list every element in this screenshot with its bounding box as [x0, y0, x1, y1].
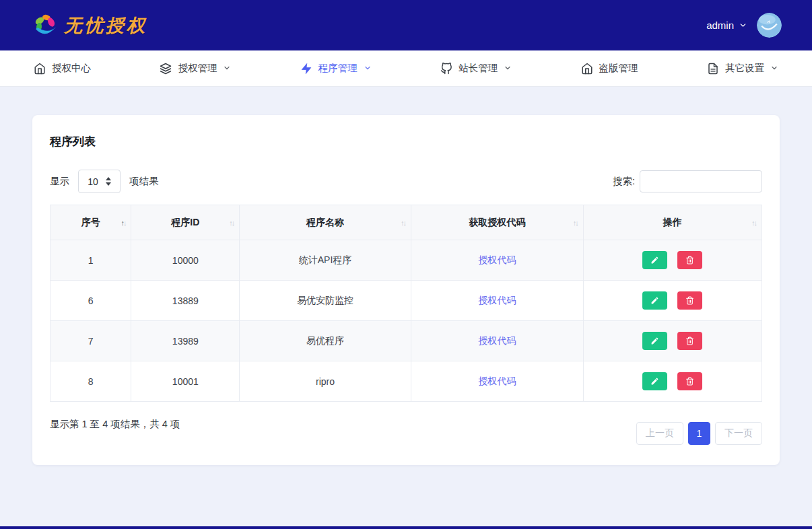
trash-icon [685, 377, 694, 386]
search-label: 搜索: [613, 175, 635, 188]
auth-code-link[interactable]: 授权代码 [478, 335, 516, 346]
chevron-down-icon [739, 21, 747, 30]
nav-item-other-settings[interactable]: 其它设置 [707, 62, 778, 75]
layers-icon [160, 63, 172, 75]
search-input[interactable] [640, 170, 762, 192]
cell-actions [583, 281, 762, 321]
cell-name: ripro [240, 361, 411, 402]
nav-label: 程序管理 [318, 62, 358, 75]
cell-auth-code: 授权代码 [411, 281, 583, 321]
cell-program-id: 10001 [131, 361, 240, 402]
nav-label: 盗版管理 [599, 62, 638, 75]
cell-actions [583, 361, 762, 402]
topbar: 无忧授权 admin [0, 0, 812, 50]
home-icon [581, 63, 593, 75]
delete-button[interactable] [677, 372, 702, 390]
cell-index: 8 [50, 361, 131, 402]
github-icon [440, 63, 452, 75]
select-stepper-icon [106, 177, 111, 186]
page: 无忧授权 admin 授权中心 授权管理 [0, 0, 812, 529]
nav-label: 授权中心 [52, 62, 91, 75]
length-suffix-label: 项结果 [129, 175, 159, 188]
cell-auth-code: 授权代码 [411, 321, 583, 361]
nav-item-auth-center[interactable]: 授权中心 [34, 62, 91, 75]
avatar[interactable] [757, 13, 782, 38]
lightning-icon [300, 63, 312, 75]
cell-actions [583, 240, 762, 281]
cell-program-id: 13989 [131, 321, 240, 361]
table-row: 1 10000 统计API程序 授权代码 [50, 240, 762, 281]
table-row: 8 10001 ripro 授权代码 [50, 361, 762, 402]
chevron-down-icon [223, 63, 231, 74]
cell-index: 1 [50, 240, 131, 281]
edit-button[interactable] [642, 332, 667, 350]
main-nav: 授权中心 授权管理 程序管理 站长管理 盗版管理 其它设置 [0, 50, 812, 87]
pencil-icon [650, 256, 659, 264]
table-controls: 显示 10 项结果 搜索: [50, 170, 762, 193]
trash-icon [685, 337, 694, 345]
length-prefix-label: 显示 [50, 175, 69, 188]
edit-button[interactable] [642, 251, 667, 269]
main-content: 程序列表 显示 10 项结果 搜索: [0, 87, 812, 465]
prev-page-button[interactable]: 上一页 [636, 422, 683, 445]
bottom-footer-strip [0, 526, 812, 529]
delete-button[interactable] [677, 251, 702, 269]
nav-item-program-manage[interactable]: 程序管理 [300, 62, 372, 75]
table-header-row: 序号 程序ID 程序名称 获取授权代码 操作 [50, 205, 762, 240]
edit-button[interactable] [642, 372, 667, 390]
trash-icon [685, 256, 694, 264]
edit-button[interactable] [642, 291, 667, 310]
trash-icon [685, 296, 694, 305]
nav-item-webmaster-manage[interactable]: 站长管理 [440, 62, 512, 75]
search-control: 搜索: [613, 170, 762, 192]
table-row: 6 13889 易优安防监控 授权代码 [50, 281, 762, 321]
user-menu[interactable]: admin [706, 13, 782, 38]
nav-label: 站长管理 [459, 62, 498, 75]
delete-button[interactable] [677, 332, 702, 350]
auth-code-link[interactable]: 授权代码 [478, 254, 516, 265]
program-list-card: 程序列表 显示 10 项结果 搜索: [32, 115, 780, 465]
column-header-name[interactable]: 程序名称 [240, 205, 411, 240]
sort-icon [573, 219, 578, 227]
cell-auth-code: 授权代码 [411, 240, 583, 281]
home-icon [34, 63, 46, 75]
pencil-icon [650, 296, 659, 305]
cell-program-id: 10000 [131, 240, 240, 281]
auth-code-link[interactable]: 授权代码 [478, 295, 516, 306]
file-icon [707, 63, 719, 75]
column-header-index[interactable]: 序号 [50, 205, 131, 240]
chevron-down-icon [504, 63, 512, 74]
user-name: admin [706, 20, 734, 31]
nav-label: 授权管理 [178, 62, 217, 75]
page-length-select[interactable]: 10 [78, 170, 121, 193]
delete-button[interactable] [677, 291, 702, 310]
page-number-button[interactable]: 1 [688, 422, 710, 445]
table-row: 7 13989 易优程序 授权代码 [50, 321, 762, 361]
chevron-down-icon [364, 63, 372, 74]
sort-icon [121, 219, 125, 227]
sort-icon [229, 219, 234, 227]
page-length-value: 10 [88, 176, 98, 187]
column-header-auth-code[interactable]: 获取授权代码 [411, 205, 583, 240]
pagination: 上一页 1 下一页 [636, 422, 762, 445]
auth-code-link[interactable]: 授权代码 [478, 376, 516, 386]
cell-index: 6 [50, 281, 131, 321]
chevron-down-icon [770, 63, 778, 74]
cell-name: 易优安防监控 [240, 281, 411, 321]
cell-program-id: 13889 [131, 281, 240, 321]
column-header-actions[interactable]: 操作 [583, 205, 762, 240]
table-footer: 显示第 1 至 4 项结果，共 4 项 上一页 1 下一页 [50, 414, 762, 445]
brand-logo[interactable]: 无忧授权 [32, 12, 147, 39]
nav-label: 其它设置 [725, 62, 764, 75]
results-info: 显示第 1 至 4 项结果，共 4 项 [50, 418, 180, 431]
nav-item-auth-manage[interactable]: 授权管理 [160, 62, 231, 75]
brand-title: 无忧授权 [64, 13, 147, 38]
page-title: 程序列表 [50, 134, 762, 149]
column-header-program-id[interactable]: 程序ID [131, 205, 240, 240]
nav-item-piracy-manage[interactable]: 盗版管理 [581, 62, 638, 75]
cell-actions [583, 321, 762, 361]
next-page-button[interactable]: 下一页 [715, 422, 762, 445]
sort-icon [401, 219, 405, 227]
page-length-control: 显示 10 项结果 [50, 170, 159, 193]
pencil-icon [650, 377, 659, 386]
